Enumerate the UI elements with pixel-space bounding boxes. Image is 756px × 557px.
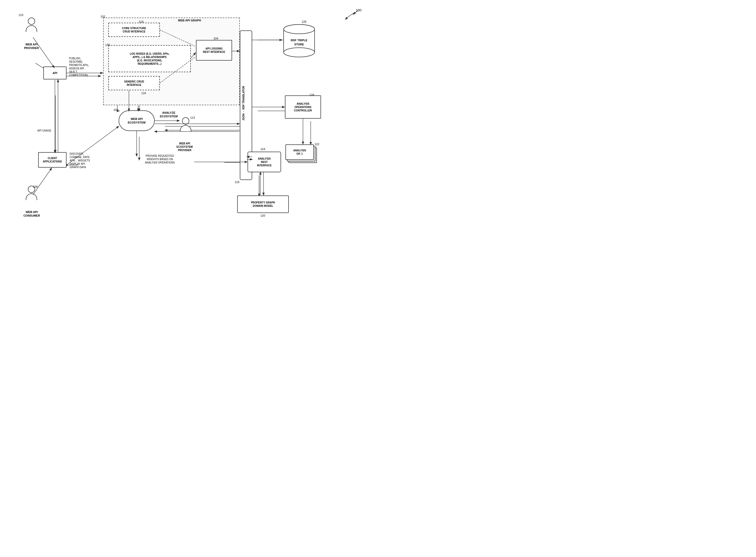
web-api-provider-person — [26, 18, 37, 32]
ref-106: 106 — [114, 108, 118, 111]
analyze-ecosystem-label: ANALYZEECOSYSTEM — [160, 111, 178, 118]
api-box: API — [43, 66, 66, 80]
ref-100: 100 — [356, 8, 362, 12]
ref-108: 108 — [33, 185, 38, 188]
person-body — [26, 25, 37, 32]
ref-124: 124 — [261, 147, 265, 151]
analysis-operations-controller-box: ANALYSISOPERATIONSCONTROLLER — [285, 95, 321, 119]
svg-text:RDF TRIPLE: RDF TRIPLE — [291, 39, 308, 42]
generic-crud-box: GENERIC CRUDINTERFACE — [108, 76, 160, 90]
person-body-provider — [180, 125, 191, 132]
person-head — [28, 18, 35, 25]
ref-116: 116 — [141, 92, 146, 95]
architecture-diagram: WEB API PROVIDER 110 API PUBLISH,DESCRIB… — [0, 0, 378, 278]
publish-text: PUBLISH,DESCRIBE,PROMOTE APIs,ASSESS API… — [69, 57, 102, 77]
ref-110: 110 — [19, 13, 23, 17]
rdf-triple-store-cylinder: RDF TRIPLE STORE — [282, 23, 316, 59]
json-rdf-label: JSON ↔ RDF TRANSLATOR — [237, 75, 250, 131]
ref-126: 126 — [302, 20, 306, 23]
ref-102: 102 — [100, 15, 105, 18]
ref-128: 128 — [309, 93, 314, 96]
api-logging-rest-box: API LOGGINGREST INTERFACE — [196, 40, 232, 61]
property-graph-box: PROPERTY GRAPHDOMAIN MODEL — [237, 196, 289, 213]
ref-120: 120 — [261, 214, 265, 217]
web-api-consumer-label: WEB APICONSUMER — [18, 210, 46, 218]
log-nodes-box: LOG NODES (E.G. USERS, APIs,APPS...) & R… — [108, 45, 191, 72]
api-usage-label: API USAGE — [37, 129, 51, 132]
ref-130: 130 — [105, 43, 110, 47]
ecosystem-provider-label: WEB APIECOSYSTEMPROVIDER — [169, 142, 200, 152]
analysis-op-front: ANALYSISOP. 1 — [285, 144, 314, 160]
web-api-provider-label: WEB API PROVIDER — [19, 42, 44, 50]
person-body-consumer — [26, 194, 37, 200]
client-applications-box: CLIENTAPPLICATIONS — [38, 152, 66, 168]
analysis-rest-interface-box: ANALYSISRESTINTERFACE — [247, 152, 281, 172]
svg-point-25 — [284, 25, 314, 34]
person-head-provider — [182, 117, 189, 124]
web-api-ecosystem-box: WEB APIECOSYSTEM — [119, 110, 155, 131]
ref-104: 104 — [213, 37, 218, 40]
web-api-graph-label: WEB API GRAPH — [178, 19, 201, 22]
svg-text:STORE: STORE — [294, 43, 304, 46]
provide-insights-text: PROVIDE REQUESTEDINSIGHTS BASED ONANALYS… — [126, 154, 193, 164]
ecosystem-provider-person — [180, 117, 191, 132]
ref-112: 112 — [190, 116, 195, 119]
svg-line-28 — [33, 37, 54, 67]
core-structure-crud-box: CORE STRUCTURECRUD INTERFACE — [108, 23, 160, 37]
ref-114: 114 — [139, 20, 143, 23]
ref-118: 118 — [235, 180, 239, 184]
svg-point-24 — [284, 48, 314, 57]
discover-text: DISCOVER,COMBINE, RATEAPIs... WIDGETSDIS… — [70, 152, 103, 169]
ref-122: 122 — [314, 143, 319, 146]
